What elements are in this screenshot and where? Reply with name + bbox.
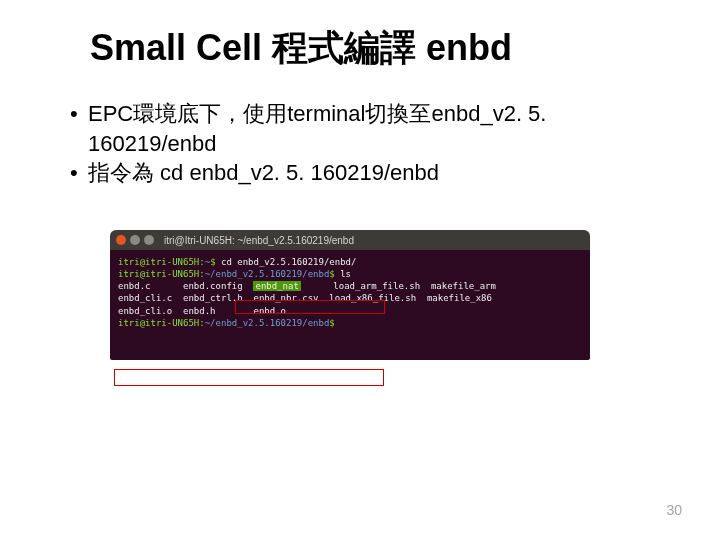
terminal-title: itri@Itri-UN65H: ~/enbd_v2.5.160219/enbd xyxy=(164,235,354,246)
prompt-path: ~/enbd_v2.5.160219/enbd xyxy=(205,318,330,328)
terminal-titlebar: itri@Itri-UN65H: ~/enbd_v2.5.160219/enbd xyxy=(110,230,590,250)
ls-item: enbd_cli.o xyxy=(118,306,172,316)
terminal-line: itri@itri-UN65H:~$ cd enbd_v2.5.160219/e… xyxy=(118,256,582,268)
bullet-dot-icon: • xyxy=(70,99,88,158)
highlight-box xyxy=(114,369,384,386)
page-number: 30 xyxy=(666,502,682,518)
bullet-item: • EPC環境底下，使用terminal切換至enbd_v2. 5. 16021… xyxy=(70,99,672,158)
ls-item: enbd.h xyxy=(183,306,216,316)
command-text: ls xyxy=(340,269,351,279)
highlight-box xyxy=(235,300,385,314)
bullet-text: 指令為 cd enbd_v2. 5. 160219/enbd xyxy=(88,158,439,188)
prompt-path: ~/enbd_v2.5.160219/enbd xyxy=(205,269,330,279)
bullet-list: • EPC環境底下，使用terminal切換至enbd_v2. 5. 16021… xyxy=(70,99,672,188)
ls-item: enbd_ctrl.h xyxy=(183,293,243,303)
ls-item: makefile_arm xyxy=(431,281,496,291)
ls-item: load_arm_file.sh xyxy=(333,281,420,291)
minimize-icon[interactable] xyxy=(130,235,140,245)
bullet-item: • 指令為 cd enbd_v2. 5. 160219/enbd xyxy=(70,158,672,188)
slide: Small Cell 程式編譯 enbd • EPC環境底下，使用termina… xyxy=(0,0,720,540)
ls-item: enbd.c xyxy=(118,281,151,291)
maximize-icon[interactable] xyxy=(144,235,154,245)
close-icon[interactable] xyxy=(116,235,126,245)
ls-item-dir: enbd_nat xyxy=(253,281,300,291)
slide-title: Small Cell 程式編譯 enbd xyxy=(90,24,672,73)
prompt-user: itri@itri-UN65H xyxy=(118,269,199,279)
ls-row: enbd.c enbd.config enbd_nat load_arm_fil… xyxy=(118,280,582,292)
bullet-dot-icon: • xyxy=(70,158,88,188)
bullet-text: EPC環境底下，使用terminal切換至enbd_v2. 5. 160219/… xyxy=(88,99,672,158)
terminal-line: itri@itri-UN65H:~/enbd_v2.5.160219/enbd$ xyxy=(118,317,582,329)
ls-item: makefile_x86 xyxy=(427,293,492,303)
terminal-line: itri@itri-UN65H:~/enbd_v2.5.160219/enbd$… xyxy=(118,268,582,280)
terminal-window: itri@Itri-UN65H: ~/enbd_v2.5.160219/enbd… xyxy=(110,230,590,360)
ls-item: enbd_cli.c xyxy=(118,293,172,303)
prompt-user: itri@itri-UN65H xyxy=(118,318,199,328)
ls-item: enbd.config xyxy=(183,281,243,291)
prompt-user: itri@itri-UN65H xyxy=(118,257,199,267)
command-text: cd enbd_v2.5.160219/enbd/ xyxy=(221,257,356,267)
